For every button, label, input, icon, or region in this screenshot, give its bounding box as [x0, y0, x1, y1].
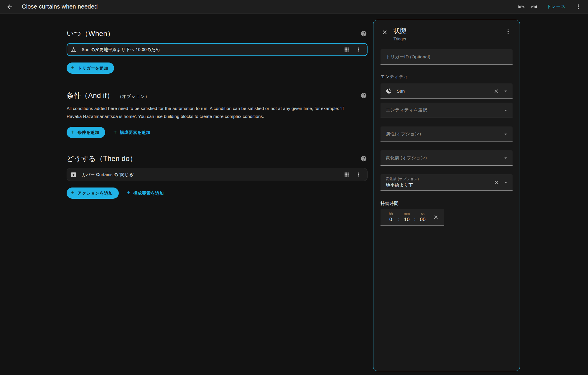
duration-label: 持続時間	[381, 201, 513, 206]
state-trigger-icon	[70, 47, 77, 53]
add-action-button[interactable]: + アクションを追加	[67, 188, 119, 199]
when-heading: いつ（When）	[67, 29, 114, 38]
attribute-placeholder: 属性(オプション)	[386, 131, 501, 137]
panel-subtitle: Trigger	[393, 37, 504, 41]
trigger-menu-button[interactable]	[355, 47, 361, 52]
entity-picker-dropdown-button[interactable]	[503, 107, 509, 114]
duration-clear-button[interactable]	[433, 214, 439, 220]
conditions-heading: 条件（And if）（オプション）	[67, 91, 149, 100]
add-condition-button[interactable]: + 条件を追加	[67, 127, 105, 138]
duration-separator: :	[398, 217, 399, 222]
drag-handle-icon	[344, 47, 350, 52]
plus-icon: +	[113, 129, 117, 135]
page-title: Close curtains when needed	[22, 3, 98, 10]
then-section-header: どうする（Then do）	[67, 154, 368, 163]
overflow-menu-button[interactable]	[572, 1, 584, 13]
trigger-id-field[interactable]	[381, 49, 513, 65]
attribute-dropdown-button[interactable]	[503, 131, 509, 137]
attribute-field[interactable]: 属性(オプション)	[381, 126, 513, 142]
to-state-clear-button[interactable]	[493, 180, 499, 185]
trigger-card-summary: Sun の変更地平線より下へ 10:00のため	[82, 47, 344, 52]
kebab-icon	[355, 47, 361, 52]
action-card-summary: カバー Curtains の '閉じる'	[82, 172, 344, 177]
duration-ss-label: ss	[421, 212, 424, 216]
to-state-dropdown-button[interactable]	[503, 179, 509, 186]
panel-titles: 状態 Trigger	[393, 27, 504, 41]
plus-icon: +	[71, 129, 75, 135]
redo-icon	[530, 3, 537, 10]
to-state-content: 変化後 (オプション) 地平線より下	[386, 177, 491, 188]
panel-close-button[interactable]	[381, 28, 389, 36]
add-building-block-button-conditions[interactable]: + 構成要素を追加	[109, 130, 155, 135]
panel-title: 状態	[393, 27, 504, 35]
caret-down-icon	[503, 131, 509, 137]
conditions-description: All conditions added here need to be sat…	[67, 104, 350, 120]
then-buttons-row: + アクションを追加 + 構成要素を追加	[67, 188, 368, 199]
entity-dropdown-button[interactable]	[503, 88, 509, 94]
then-help-button[interactable]	[360, 155, 368, 162]
plus-icon: +	[127, 190, 131, 196]
conditions-help-button[interactable]	[360, 92, 368, 99]
entity-combobox[interactable]: Sun	[381, 83, 513, 99]
add-building-block-label: 構成要素を追加	[133, 190, 164, 196]
from-state-field[interactable]: 変化前 (オプション)	[381, 150, 513, 166]
trigger-drag-handle[interactable]	[344, 47, 350, 52]
add-building-block-button-then[interactable]: + 構成要素を追加	[122, 190, 169, 196]
entity-picker-field[interactable]: エンティティを選択	[381, 103, 513, 118]
conditions-heading-text: 条件（And if）	[67, 91, 114, 99]
help-icon	[360, 155, 368, 162]
action-card-actions	[344, 172, 361, 177]
action-drag-handle[interactable]	[344, 172, 350, 177]
close-icon	[493, 88, 499, 94]
duration-seconds-group: ss 00	[416, 212, 429, 223]
from-state-placeholder: 変化前 (オプション)	[386, 155, 501, 161]
entity-value: Sun	[397, 88, 491, 93]
close-cover-icon	[70, 172, 77, 178]
duration-mm-label: mm	[404, 212, 410, 216]
automation-editor: いつ（When） Sun の変更地平線より下へ 10:00のため	[67, 14, 368, 199]
caret-down-icon	[503, 179, 509, 186]
caret-down-icon	[503, 88, 509, 94]
duration-minutes-group: mm 10	[400, 212, 414, 223]
top-bar: Close curtains when needed トレース	[0, 0, 588, 14]
to-state-label: 変化後 (オプション)	[386, 177, 491, 182]
conditions-buttons-row: + 条件を追加 + 構成要素を追加	[67, 127, 368, 138]
when-help-button[interactable]	[360, 30, 368, 37]
drag-handle-icon	[344, 172, 350, 177]
entity-clear-button[interactable]	[493, 88, 499, 94]
trigger-id-input[interactable]	[386, 54, 509, 59]
moon-stars-icon	[386, 88, 392, 94]
action-card[interactable]: カバー Curtains の '閉じる'	[67, 168, 368, 181]
kebab-icon	[505, 28, 511, 35]
add-trigger-button[interactable]: + トリガーを追加	[67, 63, 114, 74]
then-heading: どうする（Then do）	[67, 154, 137, 163]
add-building-block-label: 構成要素を追加	[120, 130, 150, 135]
duration-hh-value[interactable]: 0	[389, 217, 392, 223]
help-icon	[360, 92, 368, 99]
close-icon	[493, 180, 499, 185]
panel-header: 状態 Trigger	[381, 27, 513, 41]
action-menu-button[interactable]	[355, 172, 361, 177]
entity-section-label: エンティティ	[381, 74, 513, 80]
trigger-detail-panel: 状態 Trigger エンティティ Sun エンティティを選択	[373, 20, 520, 371]
duration-hours-group: hh 0	[384, 212, 398, 223]
duration-mm-value[interactable]: 10	[404, 217, 410, 223]
trigger-card[interactable]: Sun の変更地平線より下へ 10:00のため	[67, 43, 368, 56]
redo-button[interactable]	[528, 1, 540, 13]
undo-icon	[518, 3, 525, 10]
duration-ss-value[interactable]: 00	[420, 217, 426, 223]
duration-field[interactable]: hh 0 : mm 10 : ss 00	[381, 209, 444, 226]
undo-button[interactable]	[515, 1, 528, 13]
plus-icon: +	[71, 190, 75, 196]
from-state-dropdown-button[interactable]	[503, 155, 509, 161]
add-condition-label: 条件を追加	[78, 130, 99, 135]
entity-picker-placeholder: エンティティを選択	[386, 107, 501, 113]
kebab-icon	[355, 172, 361, 177]
when-section-header: いつ（When）	[67, 29, 368, 38]
to-state-field[interactable]: 変化後 (オプション) 地平線より下	[381, 174, 513, 191]
back-button[interactable]	[4, 1, 16, 13]
panel-menu-button[interactable]	[504, 27, 513, 36]
add-action-label: アクションを追加	[78, 190, 113, 196]
trace-button[interactable]: トレース	[545, 3, 567, 10]
trigger-card-actions	[344, 47, 361, 52]
